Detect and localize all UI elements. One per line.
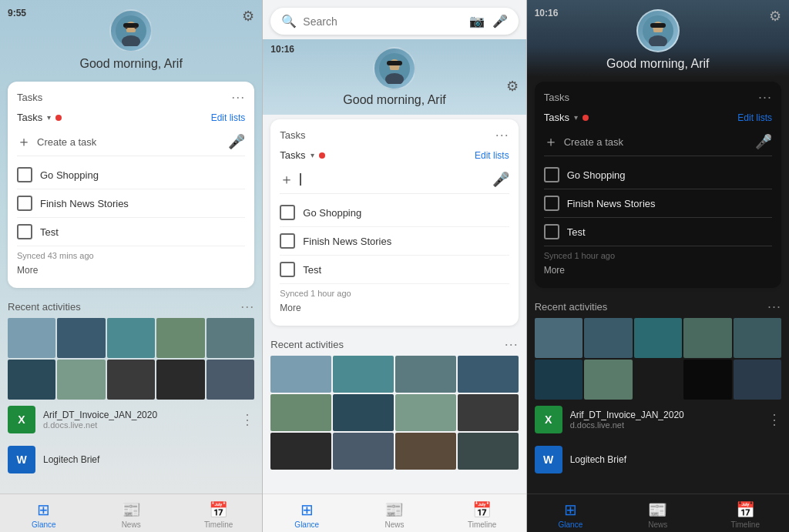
photo-p2-3[interactable] [395, 356, 456, 393]
file-item-1-p3[interactable]: X Arif_DT_Invoice_JAN_2020 d.docs.live.n… [527, 400, 789, 440]
nav-news-p1[interactable]: 📰 News [108, 500, 154, 529]
task-text-3-p3: Test [567, 226, 586, 238]
nav-timeline-p2[interactable]: 📅 Timeline [459, 500, 505, 529]
photo-1[interactable] [8, 318, 55, 358]
photo-p2-8[interactable] [458, 394, 519, 431]
photo-d5[interactable] [734, 318, 781, 358]
task-item-1-p2[interactable]: Go Shopping [280, 199, 509, 227]
nav-news-p2[interactable]: 📰 News [371, 500, 418, 529]
photo-p2-4[interactable] [458, 356, 519, 393]
task-subheader-p1: Tasks ▾ Edit lists [17, 112, 245, 123]
camera-icon-p2[interactable]: 📷 [469, 14, 485, 28]
photo-8[interactable] [107, 360, 155, 400]
edit-lists-p1[interactable]: Edit lists [211, 112, 246, 123]
photo-p2-2[interactable] [333, 356, 394, 393]
mic-icon-search-p2[interactable]: 🎤 [492, 14, 508, 28]
checkbox-1-p1[interactable] [17, 167, 32, 182]
task-item-1-p3[interactable]: Go Shopping [544, 161, 772, 189]
create-task-label-p1: Create a task [37, 136, 96, 148]
create-task-row-p3[interactable]: ＋ Create a task 🎤 [544, 128, 772, 156]
nav-timeline-p3[interactable]: 📅 Timeline [722, 500, 768, 529]
checkbox-3-p1[interactable] [17, 224, 32, 239]
photo-p2-1[interactable] [270, 356, 331, 393]
edit-lists-p3[interactable]: Edit lists [737, 112, 772, 123]
photo-p2-5[interactable] [270, 394, 331, 431]
nav-news-p3[interactable]: 📰 News [635, 500, 681, 529]
bottom-nav-p3: ⊞ Glance 📰 News 📅 Timeline [527, 494, 789, 532]
search-input-p2[interactable] [303, 15, 462, 28]
tasks-more-p1[interactable]: ··· [231, 89, 245, 105]
file-item-1-p1[interactable]: X Arif_DT_Invoice_JAN_2020 d.docs.live.n… [0, 400, 262, 440]
mic-icon-p2[interactable]: 🎤 [492, 171, 509, 188]
settings-icon-p1[interactable]: ⚙ [242, 8, 254, 25]
file-menu-1-p3[interactable]: ⋮ [767, 411, 781, 428]
checkbox-2-p2[interactable] [280, 233, 295, 249]
more-link-p3[interactable]: More [544, 263, 772, 280]
photo-d3[interactable] [634, 318, 682, 358]
photo-d9[interactable] [683, 360, 731, 400]
task-item-2-p1[interactable]: Finish News Stories [17, 189, 245, 218]
photo-3[interactable] [107, 318, 155, 358]
recent-more-p2[interactable]: ··· [505, 336, 519, 353]
checkbox-1-p3[interactable] [544, 167, 559, 182]
nav-glance-p1[interactable]: ⊞ Glance [21, 500, 67, 529]
photo-4[interactable] [156, 318, 204, 358]
tasks-more-p2[interactable]: ··· [495, 127, 509, 143]
chevron-icon-p1[interactable]: ▾ [47, 113, 51, 122]
recent-more-p1[interactable]: ··· [240, 299, 254, 315]
photo-p2-10[interactable] [333, 433, 394, 470]
photo-d1[interactable] [535, 318, 583, 358]
mic-icon-p3[interactable]: 🎤 [755, 133, 772, 150]
task-item-1-p1[interactable]: Go Shopping [17, 161, 245, 189]
photo-d8[interactable] [634, 360, 682, 400]
create-task-row-p1[interactable]: ＋ Create a task 🎤 [17, 128, 245, 156]
photo-p2-12[interactable] [458, 433, 519, 470]
task-item-3-p3[interactable]: Test [544, 218, 772, 246]
task-item-3-p2[interactable]: Test [280, 256, 509, 284]
recent-more-p3[interactable]: ··· [767, 299, 781, 315]
nav-glance-p3[interactable]: ⊞ Glance [547, 500, 593, 529]
nav-timeline-p1[interactable]: 📅 Timeline [196, 500, 242, 529]
file-item-2-p1[interactable]: W Logitech Brief [0, 440, 262, 480]
tasks-widget-p1: Tasks ··· Tasks ▾ Edit lists ＋ Create a … [8, 82, 254, 288]
photo-p2-6[interactable] [333, 394, 394, 431]
settings-icon-p3[interactable]: ⚙ [769, 8, 781, 25]
chevron-icon-p3[interactable]: ▾ [574, 113, 578, 122]
photo-d7[interactable] [584, 360, 632, 400]
edit-lists-p2[interactable]: Edit lists [475, 150, 509, 161]
more-link-p2[interactable]: More [280, 301, 509, 318]
file-item-2-p3[interactable]: W Logitech Brief [527, 440, 789, 480]
search-bar-p2[interactable]: 🔍 📷 🎤 [270, 8, 518, 35]
chevron-icon-p2[interactable]: ▾ [311, 151, 314, 159]
more-link-p1[interactable]: More [17, 263, 245, 280]
checkbox-1-p2[interactable] [280, 205, 295, 220]
photo-10[interactable] [206, 360, 254, 400]
photo-5[interactable] [206, 318, 254, 358]
photo-d2[interactable] [584, 318, 632, 358]
create-task-row-p2[interactable]: ＋ 🎤 [280, 166, 509, 194]
mic-icon-p1[interactable]: 🎤 [228, 133, 245, 150]
task-item-2-p2[interactable]: Finish News Stories [280, 227, 509, 256]
tasks-section-title-p3: Tasks [544, 92, 569, 103]
nav-glance-p2[interactable]: ⊞ Glance [284, 500, 330, 529]
tasks-more-p3[interactable]: ··· [758, 89, 772, 105]
photo-p2-11[interactable] [395, 433, 456, 470]
photo-7[interactable] [57, 360, 105, 400]
tasks-label-text-p3: Tasks [544, 112, 569, 123]
checkbox-2-p3[interactable] [544, 196, 559, 211]
checkbox-3-p3[interactable] [544, 224, 559, 239]
settings-icon-p2[interactable]: ⚙ [506, 78, 519, 95]
photo-2[interactable] [57, 318, 105, 358]
photo-d6[interactable] [535, 360, 583, 400]
file-menu-1-p1[interactable]: ⋮ [240, 411, 254, 428]
photo-p2-9[interactable] [270, 433, 331, 470]
task-item-3-p1[interactable]: Test [17, 218, 245, 246]
photo-d4[interactable] [683, 318, 731, 358]
photo-p2-7[interactable] [395, 394, 456, 431]
photo-6[interactable] [8, 360, 55, 400]
checkbox-2-p1[interactable] [17, 196, 32, 211]
photo-9[interactable] [156, 360, 204, 400]
checkbox-3-p2[interactable] [280, 262, 295, 277]
task-item-2-p3[interactable]: Finish News Stories [544, 189, 772, 218]
photo-d10[interactable] [734, 360, 781, 400]
